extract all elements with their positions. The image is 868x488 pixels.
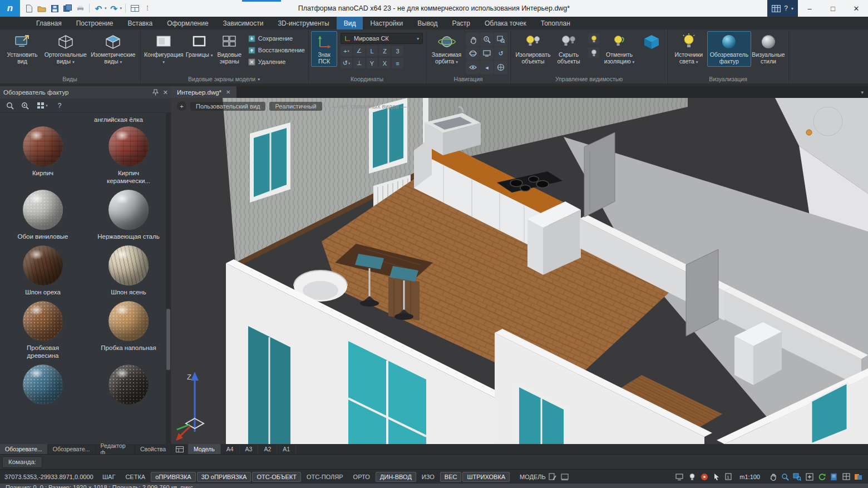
- group-label-viewports[interactable]: Видовые экраны модели▾: [140, 75, 308, 83]
- texture-item[interactable]: [90, 364, 167, 416]
- ucs-world-icon[interactable]: ≡: [392, 58, 403, 68]
- viewport-plus-control[interactable]: +: [177, 101, 186, 111]
- customize-toolbar-button[interactable]: ⁞: [142, 2, 153, 14]
- zoom-icon[interactable]: [780, 472, 790, 482]
- autosave-alert-icon[interactable]: [699, 472, 709, 482]
- toggle-ortho[interactable]: ОРТО: [349, 472, 374, 482]
- texture-swatch-blue[interactable]: [23, 364, 63, 405]
- isolate-objects-button[interactable]: Изолировать объекты: [514, 31, 553, 67]
- tab-3d-instrumenty[interactable]: 3D-инструменты: [270, 17, 336, 29]
- texture-item[interactable]: [4, 364, 82, 416]
- scale-indicator[interactable]: m1:100: [739, 474, 760, 480]
- end-isolation-button[interactable]: Отменить изоляцию ▾: [600, 31, 639, 67]
- zoom-extents-icon[interactable]: [804, 472, 815, 482]
- texture-swatch-steel[interactable]: [108, 190, 149, 230]
- viewport-config-button[interactable]: Конфигурация ▾: [143, 31, 184, 67]
- status-bulb-icon[interactable]: [687, 472, 697, 482]
- texture-item[interactable]: Кирпич: [4, 126, 82, 185]
- previous-view-icon[interactable]: ◂: [480, 61, 494, 74]
- new-document-button[interactable]: [23, 2, 34, 14]
- free-orbit-icon[interactable]: [466, 47, 480, 60]
- ortho-views-button[interactable]: Ортогональные виды ▾: [42, 31, 90, 67]
- bulb-off-icon[interactable]: [588, 47, 600, 58]
- ucs-x-axis-icon[interactable]: X: [379, 58, 391, 68]
- viewport-borders-button[interactable]: Границы ▾: [184, 31, 214, 60]
- tab-oblaka-tochek[interactable]: Облака точек: [477, 17, 534, 29]
- texture-item[interactable]: Шпон ясень: [90, 245, 167, 297]
- texture-item[interactable]: Обои виниловые: [4, 190, 82, 241]
- scrollbar-thumb[interactable]: [166, 309, 170, 370]
- pan-hand-icon[interactable]: [466, 33, 480, 46]
- viewport-restore-button[interactable]: Восстановление: [248, 45, 305, 55]
- texture-swatch-walnut[interactable]: [23, 245, 63, 285]
- texture-item[interactable]: Пробковая древесина: [4, 301, 82, 360]
- hide-objects-button[interactable]: Скрыть объекты: [553, 31, 585, 67]
- tab-oformlenie[interactable]: Оформление: [160, 17, 215, 29]
- tab-topoplan[interactable]: Топоплан: [534, 17, 578, 29]
- workspace-icon[interactable]: [853, 472, 864, 482]
- 3d-hide-cube-button[interactable]: [639, 31, 664, 53]
- tab-nastroyki[interactable]: Настройки: [363, 17, 410, 29]
- panel-tab-properties[interactable]: Свойства: [135, 444, 171, 454]
- screen-view-icon[interactable]: [480, 47, 494, 60]
- ucs-3point-icon[interactable]: 3: [392, 46, 403, 56]
- nanocad-logo-icon[interactable]: n: [0, 0, 20, 17]
- 3d-scene[interactable]: Z: [171, 98, 868, 444]
- selection-cursor-icon[interactable]: [711, 472, 722, 482]
- open-file-button[interactable]: [36, 2, 47, 14]
- redo-button[interactable]: ↷: [108, 2, 120, 14]
- save-button[interactable]: [49, 2, 60, 14]
- close-panel-icon[interactable]: ✕: [163, 89, 168, 96]
- model-space-button[interactable]: МОДЕЛЬ: [520, 474, 546, 480]
- print-button[interactable]: [75, 2, 86, 14]
- ucs-z-axis-icon[interactable]: Z: [379, 46, 391, 56]
- toggle-otrack[interactable]: ОТС-ОБЪЕКТ: [252, 472, 300, 482]
- texture-swatch-ash[interactable]: [108, 245, 149, 285]
- view-name-control[interactable]: Пользовательский вид: [190, 102, 265, 111]
- pin-icon[interactable]: [152, 89, 159, 96]
- sheet-preview-icon[interactable]: [828, 472, 839, 482]
- model-viewports-button[interactable]: Видовые экраны: [214, 31, 245, 67]
- draft-mode-icon[interactable]: [674, 472, 685, 482]
- help-caret-icon[interactable]: ▾: [791, 6, 793, 11]
- undo-button[interactable]: ↶: [93, 2, 104, 14]
- ucs-rotate-icon[interactable]: ↺▾: [341, 58, 352, 68]
- save-all-button[interactable]: [62, 2, 73, 14]
- layout-tab-a1[interactable]: А1: [277, 444, 296, 454]
- set-view-button[interactable]: Установить вид: [3, 31, 42, 67]
- document-tab[interactable]: Интерьер.dwg* ✕: [171, 86, 236, 98]
- paper-pencil-icon[interactable]: [548, 472, 558, 482]
- visual-style-control[interactable]: Реалистичный: [269, 102, 322, 111]
- zoom-in-icon[interactable]: [480, 33, 494, 46]
- panel-tab-editor[interactable]: Редактор ф...: [96, 444, 135, 454]
- texture-item[interactable]: Нержавеющая сталь: [90, 190, 167, 241]
- texture-swatch-dark[interactable]: [108, 364, 149, 405]
- viewport-lock-icon[interactable]: [560, 472, 570, 482]
- table-icon[interactable]: [772, 5, 781, 12]
- texture-list[interactable]: английская ёлка Кирпич Кирпич керамическ…: [0, 113, 171, 444]
- texture-item[interactable]: Пробка напольная: [90, 301, 167, 360]
- panel-tab-browser-1[interactable]: Обозревате...: [0, 444, 48, 454]
- layout-tab-a2[interactable]: А2: [258, 444, 277, 454]
- texture-swatch-brick-ceramic[interactable]: [108, 126, 149, 166]
- texture-swatch-cork-wood[interactable]: [23, 301, 63, 341]
- toggle-3d-osnap[interactable]: 3D оПРИВЯЗКА: [197, 472, 251, 482]
- layout-list-icon[interactable]: [171, 444, 188, 454]
- minimize-button[interactable]: –: [798, 0, 821, 17]
- workspace-switch-button[interactable]: [129, 2, 140, 14]
- ucs-perpendicular-icon[interactable]: ⊥: [353, 58, 365, 68]
- search-settings-icon[interactable]: [19, 100, 31, 111]
- toggle-osnap[interactable]: оПРИВЯЗКА: [151, 472, 196, 482]
- toggle-snap[interactable]: ШАГ: [98, 472, 120, 482]
- tab-vyvod[interactable]: Вывод: [410, 17, 445, 29]
- steering-wheel-icon[interactable]: [494, 61, 507, 74]
- document-tab-close-icon[interactable]: ✕: [226, 89, 230, 95]
- ucs-l-axis-icon[interactable]: L: [366, 46, 378, 56]
- ucs-y-axis-icon[interactable]: Y: [366, 58, 378, 68]
- dependent-orbit-button[interactable]: Зависимая орбита ▾: [429, 31, 464, 67]
- toggle-polar[interactable]: ОТС-ПОЛЯР: [302, 472, 348, 482]
- panel-help-icon[interactable]: ?: [54, 100, 65, 111]
- regen-icon[interactable]: [816, 472, 827, 482]
- layout-tab-a4[interactable]: А4: [221, 444, 240, 454]
- toggle-lineweight[interactable]: ВЕС: [440, 472, 462, 482]
